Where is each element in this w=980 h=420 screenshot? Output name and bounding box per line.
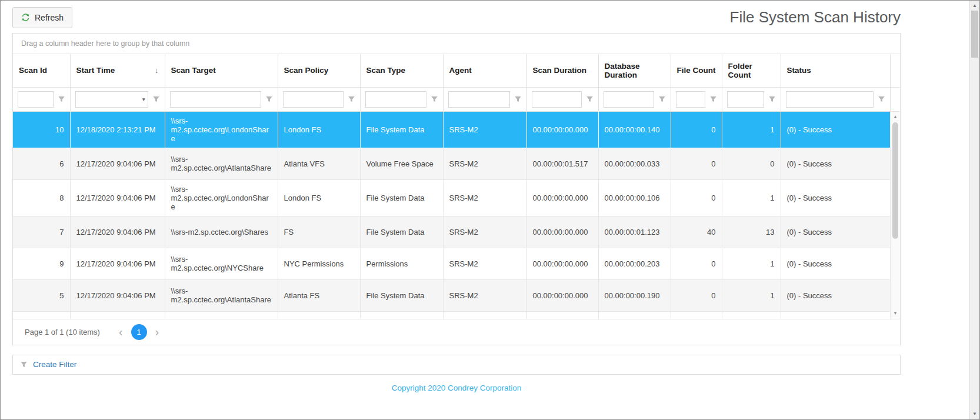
pager: Page 1 of 1 (10 items) ‹ 1 ›: [13, 319, 900, 345]
column-header-file_count[interactable]: File Count: [671, 54, 722, 87]
scrollbar-thumb[interactable]: [892, 122, 898, 239]
cell-database_duration: 00.00:00:00.140: [598, 112, 671, 148]
table-row[interactable]: 512/17/2020 9:04:06 PM\\srs-m2.sp.cctec.…: [13, 279, 890, 311]
copyright-link[interactable]: Copyright 2020 Condrey Corporation: [392, 384, 522, 392]
filter-input-agent[interactable]: [448, 91, 510, 108]
cell-file_count: 0: [671, 279, 722, 311]
cell-scan_type: File System Data: [360, 179, 443, 216]
grid-body-table: 1012/18/2020 2:13:21 PM\\srs-m2.sp.cctec…: [13, 112, 891, 319]
cell-agent: SRS-M2: [443, 112, 526, 148]
cell-scan_duration: 00.00:00:00.000: [526, 179, 598, 216]
filter-input-database_duration[interactable]: [604, 91, 654, 108]
filter-input-folder_count[interactable]: [727, 91, 764, 108]
cell-start_time: 12/18/2020 2:13:21 PM: [70, 112, 165, 148]
cell-scan_policy: Atlanta FS: [278, 279, 360, 311]
column-header-agent[interactable]: Agent: [443, 54, 526, 87]
column-header-scan_policy[interactable]: Scan Policy: [278, 54, 360, 87]
cell-file_count: 40: [671, 216, 722, 248]
filter-input-scan_target[interactable]: [170, 91, 261, 108]
filter-cell-scan_target: [165, 87, 278, 111]
filter-icon: [20, 361, 28, 368]
table-row[interactable]: 912/17/2020 9:04:06 PM\\srs-m2.sp.cctec.…: [13, 248, 890, 279]
filter-input-start_time[interactable]: [75, 91, 148, 108]
column-header-database_duration[interactable]: Database Duration: [598, 54, 671, 87]
column-header-label: Start Time: [76, 66, 115, 75]
cell-database_duration: 00.00:00:00.033: [598, 148, 671, 179]
pager-page-button[interactable]: 1: [131, 324, 147, 340]
cell-scan_type: [360, 311, 443, 319]
cell-scan_id: 6: [13, 148, 70, 179]
cell-start_time: 12/17/2020 9:04:06 PM: [70, 148, 165, 179]
cell-database_duration: 00.00:00:01.123: [598, 216, 671, 248]
table-row[interactable]: 812/17/2020 9:04:06 PM\\srs-m2.sp.cctec.…: [13, 179, 890, 216]
scrollbar-thumb[interactable]: [971, 11, 978, 58]
dropdown-caret-icon[interactable]: ▾: [142, 96, 145, 102]
column-header-label: Folder Count: [728, 62, 775, 79]
cell-scan_target: \\srs-m2.sp.cctec.org\AtlantaShare: [165, 148, 278, 179]
column-header-label: Agent: [449, 66, 472, 75]
filter-cell-scan_duration: [526, 87, 598, 111]
cell-file_count: 0: [671, 112, 722, 148]
filter-input-status[interactable]: [786, 91, 874, 108]
refresh-button[interactable]: Refresh: [12, 7, 72, 28]
filter-icon[interactable]: [152, 95, 160, 103]
cell-folder_count: 1: [722, 279, 781, 311]
scroll-up-arrow-icon[interactable]: ▲: [891, 113, 900, 121]
column-header-label: Scan Target: [171, 66, 216, 75]
scroll-down-arrow-icon[interactable]: ▼: [891, 309, 900, 318]
column-header-scan_type[interactable]: Scan Type: [360, 54, 443, 87]
cell-database_duration: [598, 311, 671, 319]
cell-scan_type: File System Data: [360, 112, 443, 148]
scroll-up-arrow-icon[interactable]: ▲: [970, 2, 979, 10]
filter-icon[interactable]: [586, 95, 594, 103]
scroll-down-arrow-icon[interactable]: ▼: [970, 410, 979, 418]
pager-previous-button[interactable]: ‹: [115, 326, 126, 338]
cell-file_count: [671, 311, 722, 319]
page-title: File System Scan History: [730, 8, 901, 26]
filter-input-scan_policy[interactable]: [283, 91, 344, 108]
filter-icon[interactable]: [658, 95, 666, 103]
cell-agent: SRS-M2: [443, 148, 526, 179]
table-row[interactable]: \\srs-: [13, 311, 890, 319]
table-row[interactable]: 612/17/2020 9:04:06 PM\\srs-m2.sp.cctec.…: [13, 148, 890, 179]
group-by-panel[interactable]: Drag a column header here to group by th…: [13, 34, 900, 54]
filter-icon[interactable]: [768, 95, 776, 103]
filter-input-scan_duration[interactable]: [532, 91, 582, 108]
cell-scan_policy: NYC Permissions: [278, 248, 360, 279]
filter-cell-file_count: [671, 87, 722, 111]
filter-input-file_count[interactable]: [676, 91, 705, 108]
filter-icon[interactable]: [58, 95, 65, 103]
cell-folder_count: 1: [722, 179, 781, 216]
filter-icon[interactable]: [431, 95, 438, 103]
page-vertical-scrollbar[interactable]: ▲ ▼: [969, 1, 979, 419]
column-header-scan_target[interactable]: Scan Target: [165, 54, 278, 87]
cell-database_duration: 00.00:00:00.190: [598, 279, 671, 311]
cell-agent: SRS-M2: [443, 216, 526, 248]
column-header-status[interactable]: Status: [781, 54, 890, 87]
sort-descending-icon: ↓: [155, 66, 159, 75]
grid-vertical-scrollbar[interactable]: ▲ ▼: [890, 112, 900, 319]
table-row[interactable]: 712/17/2020 9:04:06 PM\\srs-m2.sp.cctec.…: [13, 216, 890, 248]
filter-icon[interactable]: [709, 95, 717, 103]
filter-cell-agent: [443, 87, 526, 111]
column-header-start_time[interactable]: Start Time↓: [70, 54, 165, 87]
table-row[interactable]: 1012/18/2020 2:13:21 PM\\srs-m2.sp.cctec…: [13, 112, 890, 148]
create-filter-link[interactable]: Create Filter: [33, 360, 76, 369]
filter-icon[interactable]: [878, 95, 885, 103]
grid-header-table: Scan IdStart Time↓Scan TargetScan Policy…: [13, 54, 900, 112]
filter-icon[interactable]: [514, 95, 522, 103]
filter-icon[interactable]: [348, 95, 355, 103]
pager-next-button[interactable]: ›: [152, 326, 163, 338]
filter-icon[interactable]: [265, 95, 273, 103]
cell-scan_duration: 00.00:00:00.000: [526, 279, 598, 311]
cell-agent: SRS-M2: [443, 179, 526, 216]
column-header-scan_id[interactable]: Scan Id: [13, 54, 70, 87]
filter-input-scan_id[interactable]: [18, 91, 54, 108]
cell-scan_type: Permissions: [360, 248, 443, 279]
column-header-folder_count[interactable]: Folder Count: [722, 54, 781, 87]
column-header-scan_duration[interactable]: Scan Duration: [526, 54, 598, 87]
filter-cell-scan_type: [360, 87, 443, 111]
cell-scan_target: \\srs-m2.sp.cctec.org\NYCShare: [165, 248, 278, 279]
filter-input-scan_type[interactable]: [365, 91, 426, 108]
cell-scan_id: 5: [13, 279, 70, 311]
